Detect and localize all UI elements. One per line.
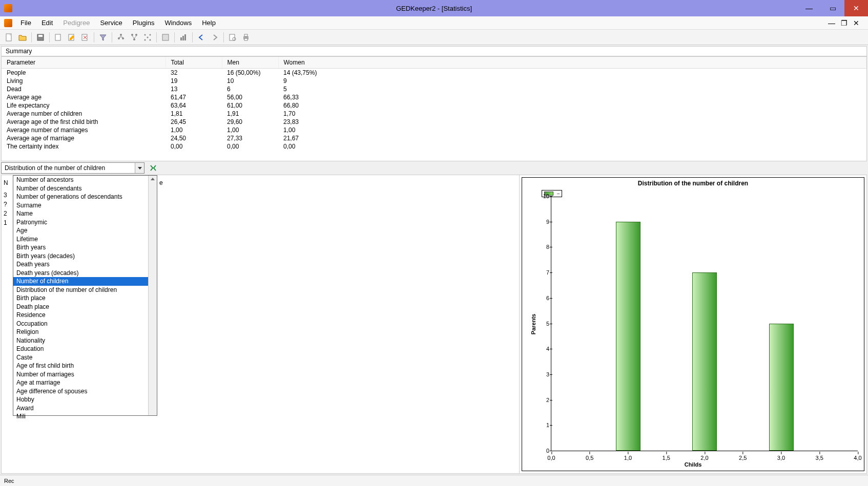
table-row[interactable]: Average age61,4756,0066,33: [2, 93, 866, 101]
table-cell: 1,91: [222, 110, 278, 118]
menu-file[interactable]: File: [15, 17, 36, 29]
stats-icon[interactable]: [177, 31, 190, 44]
pedigree-icon[interactable]: [159, 31, 172, 44]
dropdown-option[interactable]: Age of first child birth: [13, 362, 157, 370]
maximize-button[interactable]: ▭: [821, 0, 844, 16]
dropdown-option[interactable]: Nationality: [13, 336, 157, 345]
dropdown-option[interactable]: Hobby: [13, 395, 157, 404]
nav-forward-icon[interactable]: [209, 31, 221, 44]
col-total[interactable]: Total: [166, 57, 222, 69]
main-toolbar: [0, 30, 868, 45]
mdi-restore-button[interactable]: ❐: [839, 19, 849, 27]
table-row[interactable]: Average number of children1,811,911,70: [2, 110, 866, 118]
new-file-icon[interactable]: [3, 31, 15, 44]
dropdown-option[interactable]: Death years: [13, 260, 157, 269]
dropdown-option[interactable]: Mili: [13, 412, 157, 421]
open-file-icon[interactable]: [16, 31, 29, 44]
table-row[interactable]: The certainty index0,000,000,00: [2, 142, 866, 151]
dropdown-option[interactable]: Number of generations of descendants: [13, 193, 157, 201]
col-women[interactable]: Women: [278, 57, 866, 69]
tree-both-icon[interactable]: [141, 31, 154, 44]
dropdown-option[interactable]: Age difference of spouses: [13, 387, 157, 396]
dropdown-option[interactable]: Occupation: [13, 320, 157, 328]
dropdown-option[interactable]: Name: [13, 209, 157, 218]
dropdown-option[interactable]: Number of descendants: [13, 184, 157, 193]
delete-record-icon[interactable]: [79, 31, 91, 44]
table-cell: Average number of marriages: [2, 126, 166, 134]
menu-help[interactable]: Help: [197, 17, 221, 29]
menu-windows[interactable]: Windows: [159, 17, 197, 29]
table-header-row: Parameter Total Men Women: [2, 57, 866, 69]
preview-icon[interactable]: [226, 31, 239, 44]
svg-point-6: [120, 34, 122, 36]
dropdown-option[interactable]: Birth years: [13, 243, 157, 252]
dropdown-option[interactable]: Award: [13, 404, 157, 413]
table-cell: 32: [166, 69, 222, 77]
table-row[interactable]: Life expectancy63,6461,0066,80: [2, 101, 866, 110]
distribution-dropdown-list[interactable]: Number of ancestorsNumber of descendants…: [13, 175, 157, 416]
table-cell: 24,50: [166, 134, 222, 142]
table-row[interactable]: Average age of marriage24,5027,3321,67: [2, 134, 866, 142]
dropdown-option[interactable]: Birth years (decades): [13, 252, 157, 261]
edit-record-icon[interactable]: [66, 31, 78, 44]
table-row[interactable]: People3216 (50,00%)14 (43,75%): [2, 69, 866, 77]
menu-plugins[interactable]: Plugins: [128, 17, 160, 29]
dropdown-scrollbar[interactable]: [148, 176, 157, 415]
table-row[interactable]: Average age of the first child birth26,4…: [2, 118, 866, 126]
dropdown-option[interactable]: Death years (decades): [13, 269, 157, 278]
dropdown-option[interactable]: Lifetime: [13, 235, 157, 244]
dropdown-option[interactable]: Residence: [13, 311, 157, 320]
close-button[interactable]: ✕: [844, 0, 868, 16]
chevron-down-icon[interactable]: [135, 163, 144, 173]
export-excel-button[interactable]: [148, 162, 159, 174]
dropdown-option[interactable]: Age at marriage: [13, 378, 157, 387]
dropdown-option[interactable]: Surname: [13, 201, 157, 210]
chart-xlabel: Childs: [685, 461, 702, 468]
y-tick: 0: [536, 448, 549, 454]
add-record-icon[interactable]: [52, 31, 65, 44]
statusbar-text: Rec: [4, 478, 14, 484]
tree-ancestors-icon[interactable]: [115, 31, 127, 44]
table-row[interactable]: Dead1365: [2, 85, 866, 93]
dropdown-option[interactable]: Number of children: [13, 277, 157, 286]
table-cell: 1,00: [222, 126, 278, 134]
svg-point-11: [133, 38, 135, 40]
mdi-minimize-button[interactable]: —: [827, 19, 836, 27]
dropdown-option[interactable]: Education: [13, 345, 157, 353]
save-icon[interactable]: [34, 31, 47, 44]
mdi-close-button[interactable]: ✕: [852, 19, 861, 27]
dropdown-option[interactable]: Religion: [13, 328, 157, 336]
nav-back-icon[interactable]: [195, 31, 208, 44]
dropdown-option[interactable]: Death place: [13, 303, 157, 311]
chart-ylabel: Parents: [530, 314, 536, 334]
menu-edit[interactable]: Edit: [36, 17, 58, 29]
peek-val: 1: [4, 218, 8, 227]
dropdown-option[interactable]: Age: [13, 226, 157, 235]
table-cell: Average age of marriage: [2, 134, 166, 142]
dropdown-option[interactable]: Birth place: [13, 294, 157, 303]
summary-table: Parameter Total Men Women People3216 (50…: [1, 56, 867, 161]
table-cell: 0,00: [166, 142, 222, 151]
table-cell: 6: [222, 85, 278, 93]
col-parameter[interactable]: Parameter: [2, 57, 166, 69]
dropdown-option[interactable]: Caste: [13, 353, 157, 362]
mdi-icon: [4, 19, 12, 27]
dropdown-option[interactable]: Number of marriages: [13, 370, 157, 379]
filter-icon[interactable]: [97, 31, 109, 44]
chart-bar: [769, 324, 794, 451]
table-row[interactable]: Average number of marriages1,001,001,00: [2, 126, 866, 134]
table-cell: The certainty index: [2, 142, 166, 151]
menu-service[interactable]: Service: [95, 17, 127, 29]
distribution-dropdown[interactable]: Distribution of the number of children: [1, 162, 144, 174]
dropdown-option[interactable]: Number of ancestors: [13, 176, 157, 184]
col-men[interactable]: Men: [222, 57, 278, 69]
dropdown-option[interactable]: Distribution of the number of children: [13, 286, 157, 294]
table-row[interactable]: Living19109: [2, 77, 866, 85]
minimize-button[interactable]: —: [797, 0, 821, 16]
dropdown-option[interactable]: Patronymic: [13, 218, 157, 227]
print-icon[interactable]: [240, 31, 252, 44]
y-tick: 2: [536, 397, 549, 403]
table-cell: Dead: [2, 85, 166, 93]
table-cell: 23,83: [278, 118, 866, 126]
tree-descendants-icon[interactable]: [128, 31, 140, 44]
